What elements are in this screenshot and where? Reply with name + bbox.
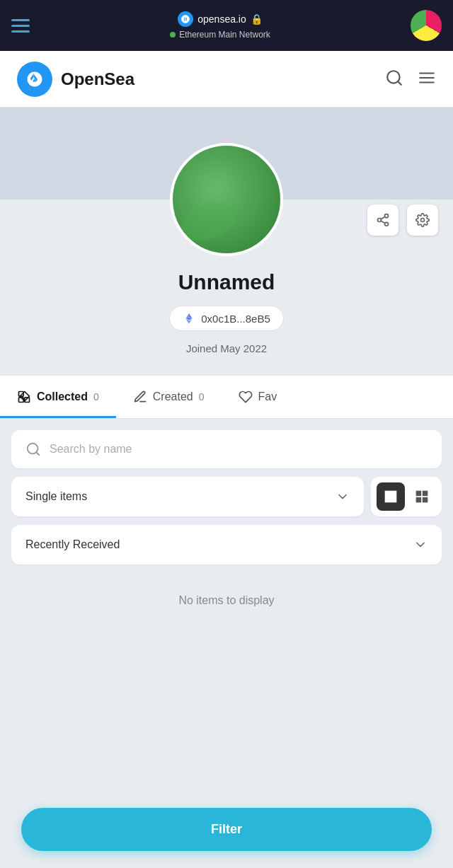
url-area: opensea.io 🔒 Ethereum Main Network bbox=[170, 11, 270, 40]
profile-actions bbox=[367, 204, 439, 236]
search-icon bbox=[25, 441, 41, 457]
tab-collected[interactable]: Collected 0 bbox=[0, 376, 116, 418]
profile-avatar-wrapper bbox=[170, 143, 283, 256]
svg-point-10 bbox=[421, 219, 425, 222]
url-text: opensea.io bbox=[197, 13, 246, 25]
tab-created-label: Created bbox=[153, 390, 193, 403]
svg-line-9 bbox=[381, 216, 385, 219]
svg-rect-24 bbox=[416, 497, 422, 503]
tab-favorited[interactable]: Fav bbox=[222, 376, 294, 418]
tabs-scroll: Collected 0 Created 0 Fav bbox=[0, 376, 453, 418]
no-items-text: No items to display bbox=[11, 573, 442, 628]
search-icon[interactable] bbox=[385, 69, 403, 90]
filter-button-wrapper: Filter bbox=[21, 808, 432, 851]
profile-address-button[interactable]: 0x0c1B...8eB5 bbox=[169, 306, 284, 331]
browser-bar: opensea.io 🔒 Ethereum Main Network bbox=[0, 0, 453, 51]
tab-created[interactable]: Created 0 bbox=[116, 376, 222, 418]
app-header: OpenSea bbox=[0, 51, 453, 108]
network-status-dot bbox=[170, 32, 176, 37]
search-bar bbox=[11, 430, 442, 468]
tabs-container: Collected 0 Created 0 Fav bbox=[0, 376, 453, 419]
browser-menu-icon[interactable] bbox=[11, 19, 30, 33]
chevron-down-icon bbox=[336, 490, 350, 504]
lock-icon: 🔒 bbox=[251, 13, 263, 25]
network-label: Ethereum Main Network bbox=[179, 30, 270, 40]
settings-button[interactable] bbox=[406, 204, 439, 236]
svg-line-20 bbox=[36, 452, 39, 455]
sort-dropdown[interactable]: Recently Received bbox=[11, 525, 442, 565]
grid-view-button[interactable] bbox=[408, 482, 436, 511]
svg-rect-25 bbox=[423, 497, 428, 503]
browser-avatar[interactable] bbox=[411, 10, 442, 41]
header-icons bbox=[385, 69, 436, 90]
svg-line-1 bbox=[398, 81, 401, 85]
svg-rect-22 bbox=[416, 491, 422, 497]
tab-collected-count: 0 bbox=[93, 391, 99, 403]
profile-banner bbox=[0, 108, 453, 199]
profile-joined: Joined May 2022 bbox=[186, 342, 267, 354]
svg-rect-21 bbox=[385, 491, 397, 503]
opensea-logo-icon bbox=[17, 62, 52, 97]
tab-favorited-label: Fav bbox=[258, 390, 277, 403]
view-toggle bbox=[371, 477, 442, 516]
share-button[interactable] bbox=[367, 204, 399, 236]
items-filter-dropdown[interactable]: Single items bbox=[11, 477, 364, 516]
site-icon bbox=[178, 11, 193, 27]
svg-rect-23 bbox=[423, 491, 428, 497]
tab-collected-label: Collected bbox=[37, 390, 88, 403]
profile-name: Unnamed bbox=[178, 270, 275, 294]
app-title: OpenSea bbox=[61, 69, 134, 89]
content-area: Single items Recently Receive bbox=[0, 419, 453, 702]
list-view-button[interactable] bbox=[377, 482, 405, 511]
profile-avatar bbox=[170, 143, 283, 256]
menu-icon[interactable] bbox=[418, 69, 436, 90]
svg-line-8 bbox=[381, 221, 385, 223]
filter-row: Single items bbox=[11, 477, 442, 516]
sort-label: Recently Received bbox=[25, 538, 120, 551]
search-input[interactable] bbox=[50, 443, 428, 456]
tab-created-count: 0 bbox=[199, 391, 205, 403]
filter-button[interactable]: Filter bbox=[21, 808, 432, 851]
logo-area[interactable]: OpenSea bbox=[17, 62, 134, 97]
chevron-down-icon bbox=[413, 538, 428, 552]
items-filter-label: Single items bbox=[25, 490, 87, 503]
address-text: 0x0c1B...8eB5 bbox=[201, 313, 270, 325]
